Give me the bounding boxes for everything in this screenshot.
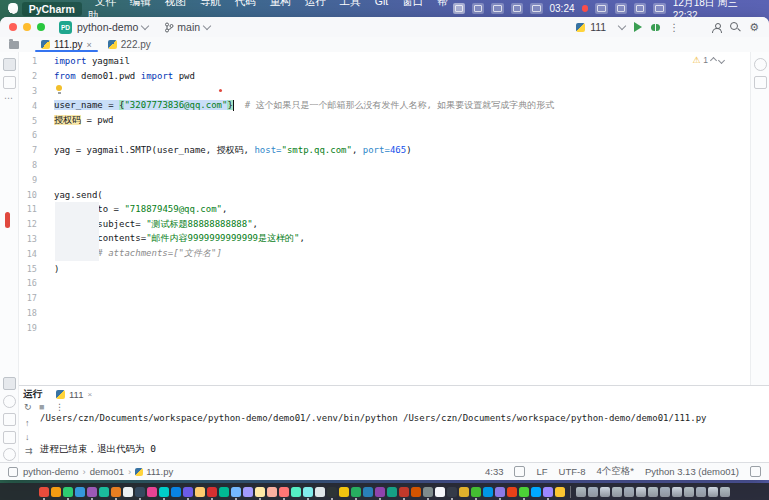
more-actions-icon[interactable]: ⋮: [669, 22, 680, 33]
dock-app-icon[interactable]: [327, 487, 337, 497]
breadcrumb-item[interactable]: python-demo: [23, 466, 78, 477]
dock-app-icon[interactable]: [267, 487, 277, 497]
dock-app-icon[interactable]: [279, 487, 289, 497]
code-line[interactable]: 13 contents="邮件内容9999999999999是这样的",: [19, 232, 750, 247]
menu-item-窗口[interactable]: 窗口: [395, 0, 430, 8]
breadcrumb-item[interactable]: 111.py: [146, 466, 173, 477]
more-status-icon[interactable]: [634, 3, 646, 14]
code-line[interactable]: 9: [19, 172, 750, 187]
code-line[interactable]: 6: [19, 128, 750, 143]
bookmark-marker[interactable]: [5, 212, 10, 228]
dock-minimized-window[interactable]: [624, 487, 634, 497]
inspections-widget[interactable]: ⚠ 1: [692, 55, 724, 65]
dock-app-icon[interactable]: [495, 487, 505, 497]
ime-indicator-icon[interactable]: [514, 466, 525, 477]
problems-tool-icon[interactable]: [3, 448, 16, 461]
code-line[interactable]: 16: [19, 276, 750, 291]
packages-tool-icon[interactable]: [3, 413, 16, 426]
code-line[interactable]: 11 to = "718879459@qq.com",: [19, 202, 750, 217]
tab-222.py[interactable]: 222.py: [100, 37, 159, 52]
scroll-down-icon[interactable]: ↓: [25, 433, 30, 442]
code-line[interactable]: 18: [19, 306, 750, 321]
file-encoding[interactable]: UTF-8: [559, 466, 586, 477]
screen-mirroring-icon[interactable]: [453, 3, 465, 14]
dock-app-icon[interactable]: [519, 487, 529, 497]
python-console-tool-icon[interactable]: [3, 395, 16, 408]
dock-app-icon[interactable]: [315, 487, 325, 497]
dock-minimized-window[interactable]: [720, 487, 730, 497]
dock-app-icon[interactable]: [99, 487, 109, 497]
console-more-icon[interactable]: ⋮: [55, 403, 64, 412]
dock-app-icon[interactable]: [483, 487, 493, 497]
close-icon[interactable]: ×: [87, 40, 92, 50]
dock-app-icon[interactable]: [339, 487, 349, 497]
dock-app-icon[interactable]: [411, 487, 421, 497]
readonly-lock-icon[interactable]: [750, 466, 761, 477]
dock-minimized-window[interactable]: [588, 487, 598, 497]
dock-minimized-window[interactable]: [612, 487, 622, 497]
dock-app-icon[interactable]: [459, 487, 469, 497]
dock-app-icon[interactable]: [183, 487, 193, 497]
dock-app-icon[interactable]: [387, 487, 397, 497]
ai-assistant-icon[interactable]: [754, 76, 767, 89]
menu-item-导航[interactable]: 导航: [193, 0, 228, 8]
cursor-position[interactable]: 4:33: [485, 466, 504, 477]
console-command-line[interactable]: /Users/czn/Documents/workspace/python-de…: [40, 413, 761, 423]
code-line[interactable]: 1import yagmail: [19, 54, 750, 69]
prev-problem-icon[interactable]: [710, 56, 717, 63]
menu-item-代码[interactable]: 代码: [228, 0, 263, 8]
more-tool-windows-icon[interactable]: ⋯: [3, 94, 14, 105]
notifications-icon[interactable]: [754, 58, 767, 71]
dock-app-icon[interactable]: [39, 487, 49, 497]
code-line[interactable]: 3: [19, 84, 750, 99]
code-line[interactable]: 12 subject= "测试标题88888888888",: [19, 217, 750, 232]
dock-minimized-window[interactable]: [672, 487, 682, 497]
code-editor[interactable]: 1import yagmail2from demo01.pwd import p…: [19, 52, 750, 385]
menu-item-工具[interactable]: 工具: [333, 0, 368, 8]
dock-app-icon[interactable]: [291, 487, 301, 497]
close-icon[interactable]: ×: [87, 390, 92, 399]
menu-item-视图[interactable]: 视图: [158, 0, 193, 8]
soft-wrap-icon[interactable]: ⇉: [25, 447, 33, 456]
code-line[interactable]: 7yag = yagmail.SMTP(user_name, 授权码, host…: [19, 143, 750, 158]
dock-app-icon[interactable]: [531, 487, 541, 497]
code-line[interactable]: 8: [19, 158, 750, 173]
dock-app-icon[interactable]: [375, 487, 385, 497]
app-status-icon-3[interactable]: [595, 3, 607, 14]
project-name[interactable]: python-demo: [77, 21, 138, 33]
menu-app-name[interactable]: PyCharm: [22, 2, 82, 16]
dock-app-icon[interactable]: [63, 487, 73, 497]
recording-timer[interactable]: 03:24: [550, 3, 575, 14]
python-interpreter[interactable]: Python 3.13 (demo01): [645, 466, 739, 477]
breadcrumb-item[interactable]: demo01: [90, 466, 124, 477]
dock-app-icon[interactable]: [159, 487, 169, 497]
dock-app-icon[interactable]: [219, 487, 229, 497]
dock-app-icon[interactable]: [51, 487, 61, 497]
dock-app-icon[interactable]: [543, 487, 553, 497]
terminal-tool-icon[interactable]: [3, 431, 16, 444]
dock-app-icon[interactable]: [447, 487, 457, 497]
dock-minimized-window[interactable]: [648, 487, 658, 497]
dock-app-icon[interactable]: [195, 487, 205, 497]
dock-minimized-window[interactable]: [660, 487, 670, 497]
dock-app-icon[interactable]: [255, 487, 265, 497]
dock-app-icon[interactable]: [423, 487, 433, 497]
indent-style[interactable]: 4个空格*: [597, 465, 634, 478]
dock-minimized-window[interactable]: [576, 487, 586, 497]
dock-app-icon[interactable]: [207, 487, 217, 497]
run-tab[interactable]: 111 ×: [56, 389, 92, 400]
sparkle-icon[interactable]: [511, 3, 523, 14]
code-line[interactable]: 19: [19, 320, 750, 335]
profile-icon[interactable]: [712, 23, 721, 32]
dock-app-icon[interactable]: [351, 487, 361, 497]
run-tool-icon[interactable]: [3, 377, 16, 390]
dock-app-icon[interactable]: [111, 487, 121, 497]
dock-app-icon[interactable]: [303, 487, 313, 497]
code-line[interactable]: 2from demo01.pwd import pwd: [19, 69, 750, 84]
dock-app-icon[interactable]: [471, 487, 481, 497]
code-line[interactable]: 17: [19, 291, 750, 306]
input-source-icon[interactable]: [653, 3, 665, 14]
search-everywhere-icon[interactable]: [730, 22, 740, 32]
dock-app-icon[interactable]: [123, 487, 133, 497]
debug-button[interactable]: [651, 24, 660, 31]
